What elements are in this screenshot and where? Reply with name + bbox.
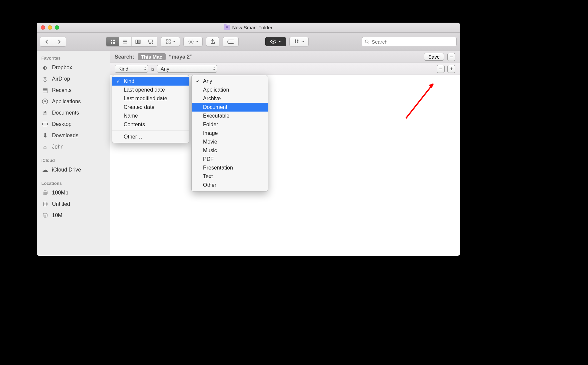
menu-item-label: Executable [203, 113, 229, 119]
sidebar-item-dropbox[interactable]: ⬖Dropbox [37, 62, 110, 73]
remove-search-button[interactable]: − [447, 53, 455, 61]
sidebar-item-label: 100Mb [52, 190, 68, 196]
group-icon [166, 39, 171, 44]
svg-rect-17 [169, 42, 170, 44]
gallery-view-button[interactable] [144, 37, 157, 46]
menu-item[interactable]: Other [192, 181, 268, 189]
menu-item[interactable]: Archive [192, 94, 268, 103]
menu-item-label: Folder [203, 122, 218, 127]
share-button[interactable] [206, 37, 219, 46]
svg-point-20 [365, 40, 368, 43]
sidebar-heading-locations: Locations [37, 179, 110, 187]
chevron-right-icon [56, 39, 62, 45]
svg-rect-7 [136, 40, 137, 44]
menu-item[interactable]: Presentation [192, 164, 268, 172]
save-button[interactable]: Save [424, 53, 444, 61]
cloud-icon: ☁ [41, 166, 49, 174]
dropbox-icon: ⬖ [41, 64, 49, 71]
sidebar-item-label: Untitled [52, 201, 70, 207]
sidebar-item-recents[interactable]: ▤Recents [37, 85, 110, 96]
menu-item-label: Movie [203, 139, 217, 145]
menu-item[interactable]: ✓Any [192, 77, 268, 86]
tags-button[interactable] [223, 37, 239, 46]
chevron-down-icon [195, 41, 198, 43]
updown-icon: ▴▾ [213, 66, 215, 71]
desktop-icon: 🖵 [41, 121, 49, 128]
privacy-button[interactable] [265, 37, 286, 46]
close-button[interactable] [41, 25, 45, 30]
main-area: Search: This Mac “maya 2” Save − Kind ▴▾… [110, 51, 460, 256]
window-title: New Smart Folder [224, 25, 273, 30]
dropbox-toolbar-button[interactable] [289, 37, 309, 46]
menu-item[interactable]: Movie [192, 138, 268, 146]
menu-item[interactable]: PDF [192, 155, 268, 164]
scope-folder[interactable]: “maya 2” [169, 54, 192, 60]
sidebar-item-desktop[interactable]: 🖵Desktop [37, 119, 110, 130]
remove-criteria-button[interactable]: − [437, 65, 445, 73]
sidebar-item-icloud-drive[interactable]: ☁iCloud Drive [37, 164, 110, 176]
menu-item[interactable]: Music [192, 146, 268, 155]
menu-item-label: Last modified date [124, 96, 167, 101]
menu-item[interactable]: Name [112, 112, 189, 120]
sidebar-item-documents[interactable]: 🗎Documents [37, 107, 110, 119]
menu-item-label: Any [203, 78, 212, 84]
menu-item[interactable]: Folder [192, 120, 268, 129]
smart-folder-icon [224, 25, 230, 30]
menu-item[interactable]: Last opened date [112, 86, 189, 94]
attribute-dropdown: ✓KindLast opened dateLast modified dateC… [112, 75, 189, 143]
svg-rect-11 [149, 43, 150, 44]
group-by-button[interactable] [161, 37, 180, 46]
action-button[interactable] [183, 37, 203, 46]
menu-item[interactable]: Application [192, 86, 268, 94]
sidebar-item-disk[interactable]: ⛁100Mb [37, 187, 110, 198]
sidebar-item-label: Downloads [52, 133, 78, 139]
menu-item-label: Application [203, 87, 229, 93]
menu-item-label: Created date [124, 104, 155, 110]
search-label: Search: [115, 54, 134, 60]
svg-line-22 [406, 84, 433, 118]
sidebar: Favorites ⬖Dropbox ◎AirDrop ▤Recents ⒶAp… [37, 51, 110, 256]
menu-item-label: Image [203, 130, 218, 136]
menu-item-label: Other… [124, 134, 142, 140]
criteria-attribute-select[interactable]: Kind ▴▾ [115, 65, 148, 73]
add-criteria-button[interactable]: + [447, 65, 455, 73]
scope-this-mac[interactable]: This Mac [138, 53, 166, 60]
menu-item[interactable]: Document [192, 103, 268, 112]
menu-item-label: Name [124, 113, 138, 119]
window-title-text: New Smart Folder [232, 25, 273, 30]
back-button[interactable] [40, 37, 53, 46]
svg-rect-14 [166, 40, 168, 41]
maximize-button[interactable] [55, 25, 59, 30]
criteria-value-text: Any [161, 66, 169, 72]
sidebar-item-disk[interactable]: ⛁Untitled [37, 198, 110, 210]
search-field[interactable] [362, 37, 457, 46]
sidebar-item-disk[interactable]: ⛁10M [37, 210, 110, 221]
sidebar-heading-icloud: iCloud [37, 156, 110, 164]
icon-view-button[interactable] [106, 37, 119, 46]
sidebar-item-home[interactable]: ⌂John [37, 141, 110, 153]
menu-item-other[interactable]: Other… [112, 133, 189, 141]
menu-item-label: Presentation [203, 165, 233, 171]
forward-button[interactable] [53, 37, 66, 46]
menu-item[interactable]: Created date [112, 103, 189, 112]
sidebar-item-airdrop[interactable]: ◎AirDrop [37, 73, 110, 85]
menu-item[interactable]: ✓Kind [112, 77, 189, 86]
menu-item[interactable]: Image [192, 129, 268, 138]
minimize-button[interactable] [48, 25, 52, 30]
airdrop-icon: ◎ [41, 75, 49, 83]
menu-item-label: Archive [203, 96, 221, 101]
menu-item[interactable]: Last modified date [112, 94, 189, 103]
column-view-button[interactable] [132, 37, 144, 46]
menu-item[interactable]: Executable [192, 112, 268, 120]
menu-item-label: Contents [124, 122, 145, 127]
sidebar-item-applications[interactable]: ⒶApplications [37, 96, 110, 107]
menu-item-label: PDF [203, 156, 214, 162]
traffic-lights [37, 25, 59, 30]
menu-item[interactable]: Text [192, 172, 268, 181]
criteria-value-select[interactable]: Any ▴▾ [157, 65, 217, 73]
menu-item[interactable]: Contents [112, 120, 189, 129]
sidebar-item-downloads[interactable]: ⬇Downloads [37, 130, 110, 141]
search-input[interactable] [372, 39, 454, 45]
menu-separator [112, 131, 189, 131]
list-view-button[interactable] [119, 37, 132, 46]
